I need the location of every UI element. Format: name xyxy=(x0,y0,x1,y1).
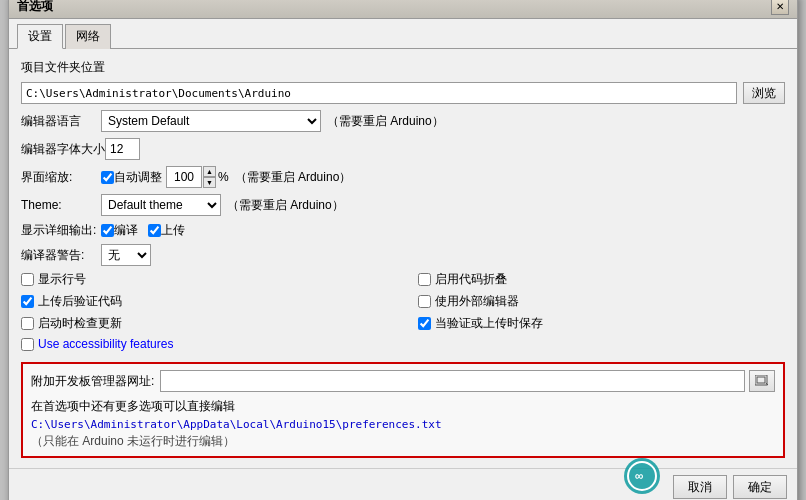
verbose-upload-label: 上传 xyxy=(161,222,185,239)
verbose-compile-checkbox[interactable] xyxy=(101,224,114,237)
project-folder-row: 浏览 xyxy=(21,82,785,104)
checkbox-col-right: 启用代码折叠 使用外部编辑器 当验证或上传时保存 xyxy=(388,271,785,356)
use-accessibility-label: Use accessibility features xyxy=(38,337,173,351)
svg-rect-1 xyxy=(757,377,765,383)
interface-scale-label: 界面缩放: xyxy=(21,169,101,186)
settings-content: 项目文件夹位置 浏览 编辑器语言 System Default （需要重启 Ar… xyxy=(9,49,797,468)
save-on-verify-row: 当验证或上传时保存 xyxy=(418,315,785,332)
verbose-compile-label: 编译 xyxy=(114,222,138,239)
show-line-numbers-row: 显示行号 xyxy=(21,271,388,288)
compiler-warning-select[interactable]: 无 xyxy=(101,244,151,266)
verify-upload-checkbox[interactable] xyxy=(21,295,34,308)
project-folder-section-title: 项目文件夹位置 xyxy=(21,59,785,76)
scale-unit: % xyxy=(218,170,229,184)
board-manager-label: 附加开发板管理器网址: xyxy=(31,373,154,390)
scale-value-input[interactable] xyxy=(166,166,202,188)
checkbox-section: 显示行号 上传后验证代码 启动时检查更新 Use accessibility f… xyxy=(21,271,785,356)
bottom-bar: ∞ 取消 确定 xyxy=(9,468,797,500)
tab-bar: 设置 网络 xyxy=(9,19,797,49)
preferences-window: 首选项 ✕ 设置 网络 项目文件夹位置 浏览 编辑器语言 System Defa… xyxy=(8,0,798,500)
board-manager-row: 附加开发板管理器网址: xyxy=(31,370,775,392)
arduino-logo: ∞ xyxy=(617,456,667,499)
checkbox-col-left: 显示行号 上传后验证代码 启动时检查更新 Use accessibility f… xyxy=(21,271,388,356)
editor-font-size-label: 编辑器字体大小 xyxy=(21,141,105,158)
editor-language-select[interactable]: System Default xyxy=(101,110,321,132)
use-external-editor-label: 使用外部编辑器 xyxy=(435,293,519,310)
theme-select[interactable]: Default theme xyxy=(101,194,221,216)
compiler-warning-label: 编译器警告: xyxy=(21,247,101,264)
enable-code-folding-label: 启用代码折叠 xyxy=(435,271,507,288)
show-line-numbers-label: 显示行号 xyxy=(38,271,86,288)
cancel-button[interactable]: 取消 xyxy=(673,475,727,499)
arduino-logo-svg: ∞ xyxy=(617,456,667,496)
interface-scale-row: 界面缩放: 自动调整 ▲ ▼ % （需要重启 Arduino） xyxy=(21,166,785,188)
verbose-upload-checkbox[interactable] xyxy=(148,224,161,237)
scale-spinner-arrows: ▲ ▼ xyxy=(203,166,216,188)
verbose-row: 显示详细输出: 编译 上传 xyxy=(21,222,785,239)
prefs-file-path: C:\Users\Administrator\AppData\Local\Ard… xyxy=(31,418,775,431)
use-external-editor-row: 使用外部编辑器 xyxy=(418,293,785,310)
board-manager-input[interactable] xyxy=(160,370,745,392)
verify-upload-label: 上传后验证代码 xyxy=(38,293,122,310)
compiler-warning-row: 编译器警告: 无 xyxy=(21,244,785,266)
editor-language-row: 编辑器语言 System Default （需要重启 Arduino） xyxy=(21,110,785,132)
enable-code-folding-row: 启用代码折叠 xyxy=(418,271,785,288)
close-button[interactable]: ✕ xyxy=(771,0,789,15)
scale-spinner: ▲ ▼ % xyxy=(166,166,229,188)
theme-hint: （需要重启 Arduino） xyxy=(227,197,344,214)
verbose-label: 显示详细输出: xyxy=(21,222,101,239)
edit-in-prefs-info: 在首选项中还有更多选项可以直接编辑 xyxy=(31,398,775,415)
scale-hint: （需要重启 Arduino） xyxy=(235,169,352,186)
theme-row: Theme: Default theme （需要重启 Arduino） xyxy=(21,194,785,216)
editor-font-size-row: 编辑器字体大小 xyxy=(21,138,785,160)
auto-scale-checkbox[interactable] xyxy=(101,171,114,184)
editor-language-label: 编辑器语言 xyxy=(21,113,101,130)
svg-text:∞: ∞ xyxy=(635,469,644,483)
use-accessibility-row: Use accessibility features xyxy=(21,337,388,351)
tab-network[interactable]: 网络 xyxy=(65,24,111,49)
check-updates-checkbox[interactable] xyxy=(21,317,34,330)
scale-up-arrow[interactable]: ▲ xyxy=(203,166,216,177)
project-path-input[interactable] xyxy=(21,82,737,104)
board-manager-section: 附加开发板管理器网址: 在首选项中还有更多选项可以直接编辑 C:\Users\A… xyxy=(21,362,785,458)
editor-font-size-input[interactable] xyxy=(105,138,140,160)
enable-code-folding-checkbox[interactable] xyxy=(418,273,431,286)
board-icon xyxy=(755,375,769,387)
editor-language-hint: （需要重启 Arduino） xyxy=(327,113,444,130)
theme-label: Theme: xyxy=(21,198,101,212)
tab-settings[interactable]: 设置 xyxy=(17,24,63,49)
check-updates-row: 启动时检查更新 xyxy=(21,315,388,332)
save-on-verify-label: 当验证或上传时保存 xyxy=(435,315,543,332)
title-bar: 首选项 ✕ xyxy=(9,0,797,19)
browse-button[interactable]: 浏览 xyxy=(743,82,785,104)
auto-scale-label: 自动调整 xyxy=(114,169,162,186)
verify-upload-row: 上传后验证代码 xyxy=(21,293,388,310)
check-updates-label: 启动时检查更新 xyxy=(38,315,122,332)
ok-button[interactable]: 确定 xyxy=(733,475,787,499)
save-on-verify-checkbox[interactable] xyxy=(418,317,431,330)
board-manager-icon-button[interactable] xyxy=(749,370,775,392)
use-accessibility-checkbox[interactable] xyxy=(21,338,34,351)
scale-down-arrow[interactable]: ▼ xyxy=(203,177,216,188)
edit-hint: （只能在 Arduino 未运行时进行编辑） xyxy=(31,433,775,450)
show-line-numbers-checkbox[interactable] xyxy=(21,273,34,286)
window-title: 首选项 xyxy=(17,0,53,15)
use-external-editor-checkbox[interactable] xyxy=(418,295,431,308)
